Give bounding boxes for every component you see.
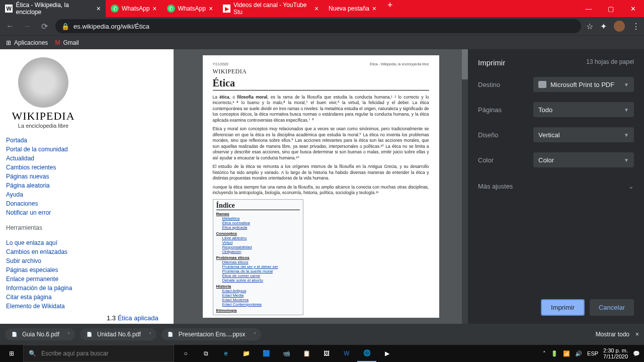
download-item[interactable]: 📄Presentacion Ens....ppsx˄ bbox=[162, 328, 261, 340]
apps-bookmark[interactable]: ⊞Aplicaciones bbox=[6, 39, 48, 46]
browser-titlebar: W Ética - Wikipedia, la enciclope × ✆ Wh… bbox=[0, 0, 644, 17]
tab-whatsapp-1[interactable]: ✆ WhatsApp × bbox=[106, 0, 162, 17]
word-icon[interactable]: W bbox=[337, 345, 356, 362]
toc-item-visible[interactable]: 1.3 Ética aplicada bbox=[107, 314, 158, 322]
edge-icon[interactable]: e bbox=[216, 345, 235, 362]
image-icon[interactable]: 🖼 bbox=[317, 345, 336, 362]
tool-link[interactable]: Cambios en enlazadas bbox=[6, 247, 80, 256]
app-icon[interactable]: 🟦 bbox=[257, 345, 276, 362]
more-settings[interactable]: Más ajustes⌄ bbox=[478, 183, 634, 190]
nav-link[interactable]: Donaciones bbox=[6, 199, 80, 208]
download-item[interactable]: 📄Guia No.6.pdf˄ bbox=[5, 328, 75, 340]
destination-label: Destino bbox=[478, 81, 533, 88]
tool-link[interactable]: Subir archivo bbox=[6, 256, 80, 265]
zoom-icon[interactable]: 📹 bbox=[277, 345, 296, 362]
cancel-button[interactable]: Cancelar bbox=[590, 299, 634, 316]
extensions-icon[interactable]: ✦ bbox=[600, 22, 607, 31]
close-button[interactable]: ✕ bbox=[622, 5, 644, 13]
address-bar: ← → ⟳ 🔒 es.wikipedia.org/wiki/Ética ☆ ✦ … bbox=[0, 17, 644, 35]
destination-select[interactable]: Microsoft Print to PDF ▼ bbox=[533, 77, 634, 92]
file-icon: 📄 bbox=[85, 330, 93, 338]
tool-link[interactable]: Enlace permanente bbox=[6, 275, 80, 284]
chevron-up-icon[interactable]: ˄ bbox=[149, 332, 151, 337]
explorer-icon[interactable]: 📁 bbox=[236, 345, 256, 362]
task-view-icon[interactable]: ⧉ bbox=[196, 345, 215, 362]
nav-link[interactable]: Cambios recientes bbox=[6, 163, 80, 172]
printer-icon bbox=[538, 81, 546, 88]
nav-link[interactable]: Notificar un error bbox=[6, 208, 80, 217]
nav-link[interactable]: Página aleatoria bbox=[6, 181, 80, 190]
preview-scrollbar[interactable] bbox=[462, 49, 468, 324]
star-icon[interactable]: ☆ bbox=[586, 22, 593, 31]
layout-select[interactable]: Vertical▼ bbox=[533, 127, 634, 142]
url-input[interactable]: 🔒 es.wikipedia.org/wiki/Ética bbox=[55, 19, 581, 33]
tab-title: WhatsApp bbox=[122, 5, 149, 12]
tab-wikipedia[interactable]: W Ética - Wikipedia, la enciclope × bbox=[0, 0, 106, 17]
tool-link[interactable]: Lo que enlaza aquí bbox=[6, 238, 80, 247]
download-item[interactable]: 📄Unidad No.6.pdf˄ bbox=[80, 328, 156, 340]
minimize-button[interactable]: — bbox=[578, 5, 600, 13]
apps-icon: ⊞ bbox=[6, 39, 11, 46]
battery-icon[interactable]: 🔋 bbox=[551, 350, 558, 357]
reload-button[interactable]: ⟳ bbox=[38, 22, 50, 31]
print-dialog: 7/11/2020Ética - Wikipedia, la enciclope… bbox=[174, 49, 644, 324]
nav-link[interactable]: Portal de la comunidad bbox=[6, 145, 80, 154]
chevron-up-icon[interactable]: ˄ bbox=[254, 332, 256, 337]
wifi-icon[interactable]: 📶 bbox=[563, 350, 570, 357]
close-icon[interactable]: × bbox=[97, 5, 101, 13]
print-settings: Imprimir 13 hojas de papel Destino Micro… bbox=[468, 49, 644, 324]
nav-link[interactable]: Portada bbox=[6, 136, 80, 145]
profile-avatar[interactable] bbox=[614, 21, 625, 32]
media-icon[interactable]: ▶ bbox=[377, 345, 396, 362]
close-icon[interactable]: × bbox=[152, 5, 156, 13]
notifications-icon[interactable]: 💬 bbox=[633, 350, 640, 357]
page-content: WIKIPEDIA La enciclopedia libre PortadaP… bbox=[0, 49, 644, 324]
tool-link[interactable]: Páginas especiales bbox=[6, 265, 80, 275]
pages-select[interactable]: Todo▼ bbox=[533, 102, 634, 117]
print-button[interactable]: Imprimir bbox=[541, 299, 585, 316]
chevron-up-icon[interactable]: ˄ bbox=[67, 332, 70, 337]
taskbar-search[interactable]: 🔍 Escribe aquí para buscar bbox=[23, 345, 174, 362]
taskbar-apps: ○ ⧉ e 📁 🟦 📹 📋 🖼 W 🌐 ▶ bbox=[176, 345, 396, 362]
new-tab-button[interactable]: + bbox=[381, 0, 399, 17]
forward-button[interactable]: → bbox=[21, 22, 33, 31]
start-button[interactable]: ⊞ bbox=[0, 350, 23, 357]
preview-scroll-thumb[interactable] bbox=[462, 49, 468, 79]
maximize-button[interactable]: ▢ bbox=[600, 5, 622, 13]
tab-new[interactable]: Nueva pestaña × bbox=[324, 0, 381, 17]
nav-link[interactable]: Ayuda bbox=[6, 190, 80, 199]
tab-title: Videos del canal - YouTube Stu bbox=[233, 2, 311, 16]
screenshot-icon[interactable]: 📋 bbox=[297, 345, 316, 362]
tab-whatsapp-2[interactable]: ✆ WhatsApp × bbox=[162, 0, 218, 17]
wikipedia-name: WIKIPEDIA bbox=[6, 110, 80, 123]
back-button[interactable]: ← bbox=[4, 22, 16, 31]
close-icon[interactable]: × bbox=[372, 5, 376, 13]
gmail-bookmark[interactable]: MGmail bbox=[55, 39, 78, 46]
show-all-downloads[interactable]: Mostrar todo bbox=[596, 331, 629, 338]
nav-link[interactable]: Actualidad bbox=[6, 154, 80, 163]
tab-youtube[interactable]: ▶ Videos del canal - YouTube Stu × bbox=[218, 0, 324, 17]
taskbar-clock[interactable]: 2:30 p. m. 7/11/2020 bbox=[603, 347, 628, 359]
nav-link[interactable]: Páginas nuevas bbox=[6, 172, 80, 181]
search-icon: 🔍 bbox=[29, 350, 36, 357]
close-icon[interactable]: × bbox=[635, 331, 639, 338]
chevron-down-icon: ⌄ bbox=[628, 183, 634, 190]
close-icon[interactable]: × bbox=[314, 5, 318, 13]
language-indicator[interactable]: ESP bbox=[587, 350, 598, 356]
close-icon[interactable]: × bbox=[209, 5, 213, 13]
windows-taskbar: ⊞ 🔍 Escribe aquí para buscar ○ ⧉ e 📁 🟦 📹… bbox=[0, 345, 644, 362]
tool-link[interactable]: Información de la página bbox=[6, 284, 80, 293]
volume-icon[interactable]: 🔊 bbox=[575, 350, 582, 357]
chevron-down-icon: ▼ bbox=[624, 157, 629, 163]
color-select[interactable]: Color▼ bbox=[533, 152, 634, 167]
print-preview[interactable]: 7/11/2020Ética - Wikipedia, la enciclope… bbox=[174, 49, 468, 324]
chevron-down-icon: ▼ bbox=[624, 107, 629, 113]
chrome-icon[interactable]: 🌐 bbox=[357, 345, 376, 362]
menu-icon[interactable]: ⋮ bbox=[632, 22, 640, 31]
cortana-icon[interactable]: ○ bbox=[176, 345, 195, 362]
wikipedia-sidebar: WIKIPEDIA La enciclopedia libre PortadaP… bbox=[0, 49, 87, 324]
wikipedia-logo[interactable]: WIKIPEDIA La enciclopedia libre bbox=[6, 57, 80, 129]
chevron-up-icon[interactable]: ˄ bbox=[543, 350, 546, 357]
tool-link[interactable]: Citar esta página bbox=[6, 293, 80, 302]
tool-link[interactable]: Elemento de Wikidata bbox=[6, 302, 80, 311]
